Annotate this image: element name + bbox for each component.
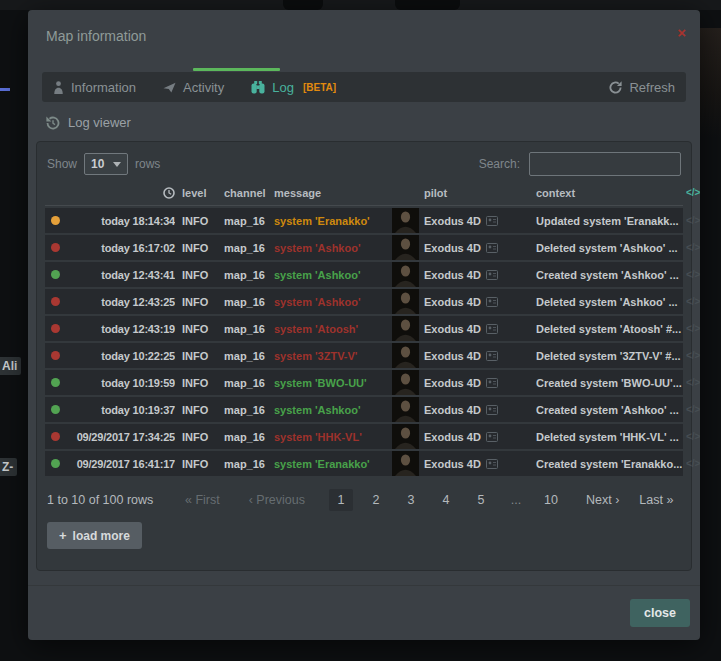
table-row[interactable]: 09/29/2017 16:41:17 INFO map_16 system '… [45,451,683,476]
pilot-name: Exodus 4D [424,242,481,254]
log-level: INFO [182,296,218,308]
status-dot [51,378,60,387]
pagination-page-button[interactable]: 1 [329,489,353,511]
status-dot [51,459,60,468]
tab-information[interactable]: Information [53,80,136,95]
log-context: Deleted system 'HHK-VL' ... [536,431,686,443]
table-header-row: level channel message pilot context </> [45,180,683,206]
binoculars-icon [251,81,265,94]
pilot-avatar [392,451,419,476]
pilot-name: Exodus 4D [424,350,481,362]
log-time: today 12:43:25 [65,296,175,308]
log-context: Deleted system 'Ashkoo' ... [536,296,686,308]
rows-label: rows [135,157,160,171]
portrait-card-icon [486,216,498,226]
pilot-name: Exodus 4D [424,215,481,227]
status-dot [51,351,60,360]
tab-label: Information [71,80,136,95]
table-row[interactable]: today 16:17:02 INFO map_16 system 'Ashko… [45,235,683,260]
page-background-top [0,0,721,10]
pagination-next-button[interactable]: Next › [586,493,619,507]
row-code-icon[interactable]: </> [686,323,700,334]
table-row[interactable]: today 10:19:59 INFO map_16 system 'BWO-U… [45,370,683,395]
search-input[interactable] [529,152,681,176]
log-level: INFO [182,269,218,281]
tab-activity[interactable]: Activity [163,80,224,95]
pilot-avatar [392,289,419,314]
pilot-avatar [392,262,419,287]
log-context: Deleted system 'Atoosh' #... [536,323,686,335]
background-label-fragment: Z- [0,458,17,476]
row-code-icon[interactable]: </> [686,458,700,469]
log-time: today 10:19:37 [65,404,175,416]
row-code-icon[interactable]: </> [686,350,700,361]
pagination-page-button: ... [504,489,528,511]
table-controls: Show 10 rows Search: [45,151,683,177]
header-level[interactable]: level [182,187,218,199]
row-code-icon[interactable]: </> [686,431,700,442]
close-icon[interactable]: × [677,25,686,40]
portrait-card-icon [486,351,498,361]
log-channel: map_16 [224,458,268,470]
tab-label: Log [272,80,294,95]
log-channel: map_16 [224,431,268,443]
header-pilot[interactable]: pilot [424,187,536,199]
load-more-button[interactable]: + load more [47,522,142,549]
header-channel[interactable]: channel [224,187,268,199]
row-code-icon[interactable]: </> [686,404,700,415]
row-code-icon[interactable]: </> [686,242,700,253]
pagination-page-button[interactable]: 2 [364,489,388,511]
row-code-icon[interactable]: </> [686,377,700,388]
log-message: system 'Eranakko' [274,215,386,227]
close-button[interactable]: close [630,599,690,627]
table-body: today 18:14:34 INFO map_16 system 'Erana… [45,208,683,476]
section-title: Log viewer [68,115,131,130]
status-dot [51,405,60,414]
table-row[interactable]: 09/29/2017 17:34:25 INFO map_16 system '… [45,424,683,449]
pilot-name: Exodus 4D [424,377,481,389]
log-time: 09/29/2017 17:34:25 [65,431,175,443]
pilot-avatar [392,208,419,233]
pagination-summary: 1 to 10 of 100 rows [47,493,183,507]
header-context[interactable]: context [536,187,686,199]
row-code-icon[interactable]: </> [686,215,700,226]
log-message: system '3ZTV-V' [274,350,386,362]
status-dot [51,432,60,441]
table-row[interactable]: today 10:22:25 INFO map_16 system '3ZTV-… [45,343,683,368]
log-context: Created system 'Ashkoo' ... [536,404,686,416]
log-channel: map_16 [224,242,268,254]
table-row[interactable]: today 12:43:25 INFO map_16 system 'Ashko… [45,289,683,314]
log-message: system 'Ashkoo' [274,404,386,416]
pagination-previous-button[interactable]: ‹ Previous [249,493,305,507]
table-row[interactable]: today 18:14:34 INFO map_16 system 'Erana… [45,208,683,233]
log-level: INFO [182,215,218,227]
pilot-name: Exodus 4D [424,431,481,443]
pagination-page-button[interactable]: 3 [399,489,423,511]
log-time: today 16:17:02 [65,242,175,254]
log-context: Created system 'BWO-UU'... [536,377,686,389]
code-icon[interactable]: </> [686,187,700,198]
tab-log[interactable]: Log [BETA] [251,80,336,95]
refresh-button[interactable]: Refresh [609,80,675,95]
pilot-avatar [392,370,419,395]
log-table-panel: Show 10 rows Search: level channel messa… [36,141,692,571]
page-size-select[interactable]: 10 [84,153,128,175]
pilot-avatar [392,343,419,368]
header-time[interactable] [65,187,175,199]
pagination-last-button[interactable]: Last » [639,493,673,507]
log-time: 09/29/2017 16:41:17 [65,458,175,470]
header-message[interactable]: message [274,187,386,199]
pagination-page-button[interactable]: 4 [434,489,458,511]
page-list: 12345...10 [329,489,574,511]
row-code-icon[interactable]: </> [686,269,700,280]
table-row[interactable]: today 12:43:19 INFO map_16 system 'Atoos… [45,316,683,341]
pagination-page-button[interactable]: 5 [469,489,493,511]
pagination-page-button[interactable]: 10 [539,489,563,511]
log-message: system 'Ashkoo' [274,296,386,308]
table-row[interactable]: today 12:43:41 INFO map_16 system 'Ashko… [45,262,683,287]
dialog-tab-bar: Information Activity Log [BETA] Refresh [42,72,686,102]
pagination-first-button[interactable]: « First [185,493,220,507]
log-level: INFO [182,323,218,335]
table-row[interactable]: today 10:19:37 INFO map_16 system 'Ashko… [45,397,683,422]
row-code-icon[interactable]: </> [686,296,700,307]
